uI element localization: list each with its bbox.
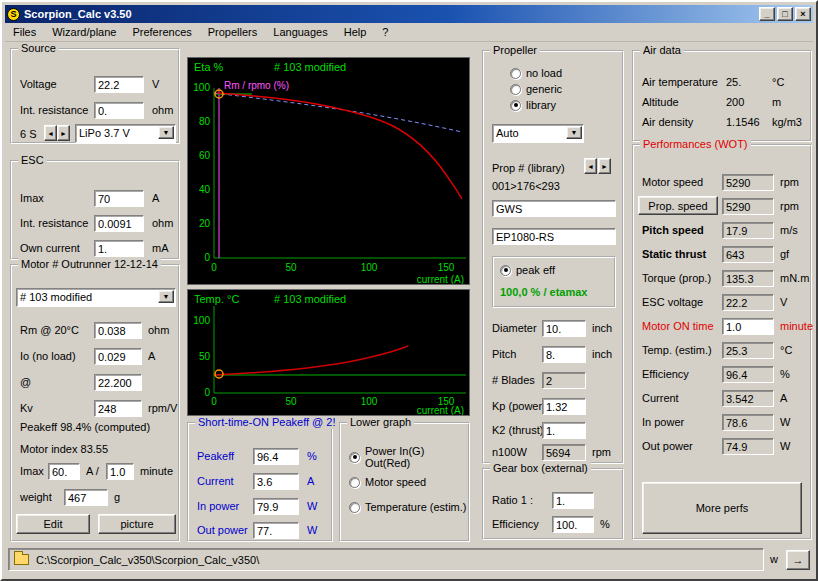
radio-icon: [510, 100, 521, 111]
io-field[interactable]: 0.029: [94, 348, 142, 365]
pitch-unit: inch: [592, 348, 612, 361]
menu-wizard-plane[interactable]: Wizard/plane: [44, 24, 124, 41]
motor-imax-field[interactable]: 60.: [48, 463, 80, 480]
esc-imax-field[interactable]: 70: [94, 190, 144, 207]
motor-on-time-field[interactable]: 1.0: [722, 318, 774, 335]
prop-brand-field[interactable]: GWS: [492, 200, 616, 217]
air-density-value: 1.1546: [726, 116, 760, 129]
minimize-button[interactable]: _: [759, 7, 775, 21]
motor-speed-label: Motor speed: [642, 176, 703, 189]
pitch-field[interactable]: 8.: [542, 346, 586, 363]
esc-group: ESC Imax 70 A Int. resistance 0.0091 ohm…: [10, 160, 180, 260]
radio-peak-eff[interactable]: peak eff: [500, 263, 555, 277]
menu-help[interactable]: Help: [336, 24, 375, 41]
radio-label: Power In(G) Out(Red): [365, 445, 468, 469]
motor-preset-value: # 103 modified: [20, 291, 92, 303]
k2-field[interactable]: 1.: [542, 422, 586, 439]
eta-x-axis-title: current (A): [417, 274, 464, 284]
prop-spin-down-icon[interactable]: ◄: [584, 158, 597, 174]
maximize-button[interactable]: □: [777, 7, 793, 21]
title-bar: S Scorpion_Calc v3.50 _ □ ×: [5, 5, 813, 23]
motor-group-title: Motor # Outrunner 12-12-14: [18, 258, 161, 271]
motor-preset-dropdown[interactable]: # 103 modified ▼: [16, 288, 176, 307]
at-temp-field[interactable]: 22.200: [94, 374, 142, 391]
prop-model-field[interactable]: EP1080-RS: [492, 228, 616, 245]
kv-field[interactable]: 248: [94, 400, 142, 417]
voltage-field[interactable]: 22.2: [94, 76, 144, 93]
esc-group-title: ESC: [18, 154, 47, 167]
radio-icon: [500, 265, 511, 276]
temp-chart: Temp. °C # 103 modified 100 50 0 0 50 10…: [187, 289, 470, 416]
window-title: Scorpion_Calc v3.50: [24, 8, 132, 20]
ratio-field[interactable]: 1.: [552, 492, 594, 509]
efficiency-unit: %: [780, 368, 790, 381]
menu-languages[interactable]: Languages: [265, 24, 335, 41]
kp-field[interactable]: 1.32: [542, 398, 586, 415]
dropdown-arrow-icon[interactable]: ▼: [566, 126, 582, 139]
radio-power-in-out[interactable]: Power In(G) Out(Red): [349, 450, 468, 464]
altitude-unit: m: [772, 96, 781, 109]
picture-button[interactable]: picture: [98, 514, 176, 534]
radio-icon: [510, 84, 521, 95]
menu-files[interactable]: Files: [5, 24, 44, 41]
peakeff-computed-text: Peakeff 98.4% (computed): [20, 421, 150, 434]
dropdown-arrow-icon[interactable]: ▼: [158, 290, 174, 303]
at-temp-label: @: [20, 376, 31, 389]
radio-motor-speed[interactable]: Motor speed: [349, 475, 426, 489]
radio-library[interactable]: library: [510, 98, 556, 112]
short-time-group: Short-time-ON Peakeff @ 2! Peakeff 96.4 …: [187, 422, 333, 542]
y-tick: 100: [193, 315, 210, 326]
in-power-label: In power: [642, 416, 684, 429]
radio-generic[interactable]: generic: [510, 82, 562, 96]
dropdown-arrow-icon[interactable]: ▼: [158, 126, 174, 139]
propeller-group: Propeller no load generic library Auto ▼…: [482, 50, 624, 464]
menu-preferences[interactable]: Preferences: [124, 24, 199, 41]
menu-question[interactable]: ?: [374, 24, 396, 41]
menu-propellers[interactable]: Propellers: [200, 24, 266, 41]
esc-int-resistance-field[interactable]: 0.0091: [94, 215, 144, 232]
prop-mode-dropdown[interactable]: Auto ▼: [492, 124, 584, 143]
esc-voltage-label: ESC voltage: [642, 296, 703, 309]
source-int-resistance-unit: ohm: [152, 104, 173, 117]
rm-field[interactable]: 0.038: [94, 322, 142, 339]
out-power-value: 74.9: [722, 438, 774, 455]
x-tick: 100: [361, 396, 378, 407]
radio-no-load[interactable]: no load: [510, 66, 562, 80]
nav-arrow-button[interactable]: →: [786, 550, 810, 570]
source-int-resistance-field[interactable]: 0.: [94, 102, 144, 119]
peak-eff-box: peak eff 100,0 % / etamax: [492, 256, 616, 308]
gear-efficiency-field[interactable]: 100.: [552, 516, 594, 533]
prop-spin-up-icon[interactable]: ►: [598, 158, 611, 174]
current-label: Current: [642, 392, 679, 405]
weight-field[interactable]: 467: [64, 489, 108, 506]
y-tick: 40: [199, 184, 211, 195]
right-arrow-icon: →: [793, 554, 804, 566]
x-tick: 0: [211, 262, 217, 273]
static-thrust-unit: gf: [780, 248, 789, 261]
prop-mode-value: Auto: [496, 127, 519, 139]
prop-speed-button[interactable]: Prop. speed: [638, 196, 718, 215]
esc-int-resistance-label: Int. resistance: [20, 217, 88, 230]
edit-button[interactable]: Edit: [16, 514, 90, 534]
esc-own-current-field[interactable]: 1.: [94, 240, 144, 257]
more-perfs-button[interactable]: More perfs: [642, 482, 802, 534]
pitch-speed-unit: m/s: [780, 224, 798, 237]
diameter-field[interactable]: 10.: [542, 320, 586, 337]
torque-unit: mN.m: [780, 272, 809, 285]
n100w-unit: rpm: [592, 446, 611, 459]
close-button[interactable]: ×: [795, 7, 811, 21]
propeller-group-title: Propeller: [490, 44, 540, 57]
radio-temperature[interactable]: Temperature (estim.): [349, 500, 466, 514]
rpm-ratio-curve: [214, 93, 462, 132]
blades-value: 2: [542, 372, 586, 389]
motor-time-field[interactable]: 1.0: [106, 463, 134, 480]
x-tick: 100: [361, 262, 378, 273]
motor-speed-value: 5290: [722, 174, 774, 191]
battery-type-dropdown[interactable]: LiPo 3.7 V ▼: [75, 124, 176, 143]
esc-own-current-label: Own current: [20, 242, 80, 255]
y-tick: 50: [199, 351, 211, 362]
y-tick: 60: [199, 150, 211, 161]
static-thrust-label: Static thrust: [642, 248, 706, 261]
cells-spin-down-icon[interactable]: ◄: [44, 125, 57, 141]
cells-spin-up-icon[interactable]: ►: [57, 125, 70, 141]
